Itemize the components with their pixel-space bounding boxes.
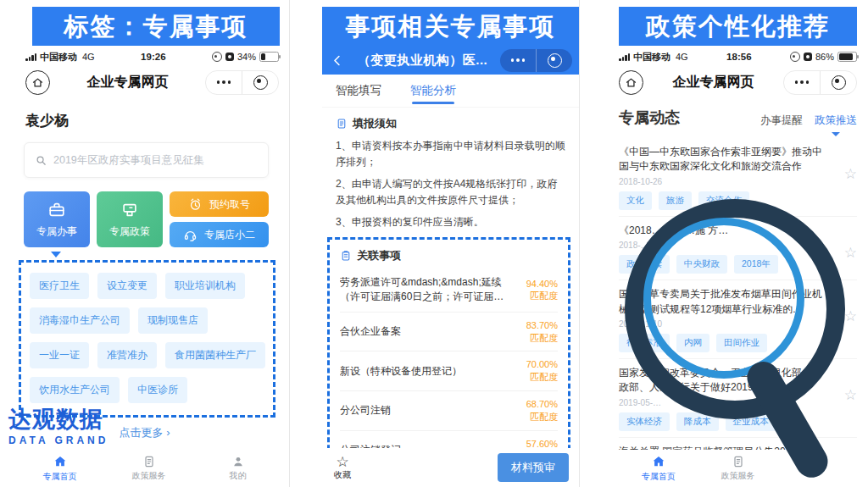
star-outline-icon[interactable]: ☆	[844, 244, 857, 262]
miniprogram-capsule	[500, 49, 572, 72]
tab-label: 专属首页	[642, 471, 676, 483]
briefcase-icon	[47, 201, 66, 219]
miniprogram-navbar: 企业专属网页	[25, 67, 279, 97]
signal-icon	[25, 53, 36, 61]
orientation-lock-icon	[790, 52, 800, 62]
miniprogram-navbar: 企业专属网页	[619, 67, 857, 97]
tab-policy-service[interactable]: 政策服务	[104, 455, 193, 482]
filter-work-reminder[interactable]: 办事提醒	[760, 113, 803, 128]
more-dots-icon	[217, 80, 231, 85]
home-tab-icon	[53, 454, 68, 469]
caret-down-icon	[832, 132, 840, 136]
caption-banner: 标签：专属事项	[32, 7, 280, 46]
related-item[interactable]: 合伙企业备案 83.70%匹配度	[340, 312, 558, 351]
action-reserve-number[interactable]: 预约取号	[170, 191, 269, 217]
search-input[interactable]: 2019年区政府实事项目意见征集	[24, 142, 269, 178]
news-title: 《中国—中东欧国家合作索非亚纲要》推动中国与中东欧国家深化文化和旅游交流合作	[619, 145, 832, 174]
home-icon[interactable]	[619, 70, 643, 95]
match-label: 匹配度	[530, 372, 558, 382]
match-label: 匹配度	[530, 291, 558, 301]
tag-chip[interactable]: 准营准办	[97, 342, 157, 368]
exclusive-tags-box: 医疗卫生 设立变更 职业培训机构 消毒湿巾生产公司 现制现售店 一业一证 准营准…	[19, 260, 275, 418]
tag-chip[interactable]: 医疗卫生	[30, 273, 89, 299]
close-capsule-button[interactable]	[820, 71, 856, 94]
battery-icon	[837, 52, 857, 62]
star-outline-icon[interactable]: ☆	[844, 386, 857, 404]
record-circle-icon	[832, 75, 846, 90]
action-exclusive-affairs[interactable]: 专属办事	[24, 191, 90, 247]
clock-label: 18:56	[688, 52, 790, 62]
dynamics-section-header: 专属动态 办事提醒 政策推送	[619, 108, 857, 128]
action-label: 专属政策	[109, 224, 150, 239]
match-label: 匹配度	[530, 412, 558, 422]
clipboard-icon	[340, 250, 352, 262]
miniprogram-capsule	[783, 70, 857, 95]
tab-mine[interactable]: 我的	[193, 455, 282, 482]
related-item[interactable]: 分公司注销 68.70%匹配度	[340, 390, 558, 430]
logo-cn: 达观数据	[8, 407, 108, 433]
notice-item: 2、由申请人编写的文件按A4规格纸张打印，政府及其他机构出具的文件按原件尺寸提供…	[336, 176, 565, 208]
tab-label: 政策服务	[721, 470, 755, 482]
related-title: 关联事项	[357, 248, 401, 263]
notice-item: 1、申请资料按本办事指南中申请材料目录载明的顺序排列；	[336, 138, 565, 169]
home-tab-icon	[651, 454, 666, 469]
user-name: 袁少杨	[25, 111, 289, 130]
carrier-label: 中国移动	[40, 51, 77, 64]
orientation-lock-icon	[212, 52, 222, 62]
close-capsule-button[interactable]	[242, 71, 278, 94]
battery-percent: 86%	[815, 52, 834, 62]
close-capsule-button[interactable]	[536, 49, 572, 72]
tab-exclusive-home[interactable]: 专属首页	[15, 454, 104, 483]
related-item[interactable]: 新设（特种设备使用登记） 70.00%匹配度	[340, 351, 558, 390]
caption-banner: 事项相关专属事项	[322, 7, 579, 46]
tag-chip[interactable]: 食用菌菌种生产厂	[165, 342, 265, 368]
more-menu-button[interactable]	[500, 49, 536, 72]
news-tag[interactable]: 旅游	[659, 191, 692, 210]
tag-chip[interactable]: 中医诊所	[128, 377, 187, 403]
action-exclusive-assistant[interactable]: 专属店小二	[170, 222, 269, 247]
star-outline-icon[interactable]: ☆	[844, 165, 857, 183]
screen-record-icon	[225, 53, 234, 61]
action-exclusive-policy[interactable]: 专属政策	[97, 191, 163, 247]
notice-item: 3、申报资料的复印件应当清晰。	[336, 214, 565, 230]
tag-chip[interactable]: 设立变更	[97, 273, 157, 299]
carrier-label: 中国移动	[633, 51, 670, 64]
star-outline-icon[interactable]: ☆	[844, 307, 857, 325]
more-menu-button[interactable]	[784, 71, 820, 94]
tag-chip[interactable]: 消毒湿巾生产公司	[30, 307, 130, 334]
bottom-tabbar: 专属首页 政策服务 我的	[15, 450, 282, 487]
related-item-name: 新设（特种设备使用登记）	[340, 364, 514, 379]
status-bar: 中国移动 4G 18:56 86%	[619, 48, 857, 65]
app-navbar: （变更执业机构）医...	[322, 46, 579, 75]
tag-chip[interactable]: 饮用水生产公司	[30, 377, 120, 403]
tab-label: 政策服务	[132, 470, 166, 482]
more-menu-button[interactable]	[206, 71, 242, 94]
clock-label: 19:26	[95, 52, 212, 62]
news-tag[interactable]: 实体经济	[619, 412, 670, 431]
tab-smart-analysis[interactable]: 智能分析	[410, 75, 456, 107]
news-tag[interactable]: 文化	[619, 191, 652, 210]
filter-policy-push[interactable]: 政策推送	[815, 113, 857, 128]
tab-exclusive-home[interactable]: 专属首页	[619, 454, 698, 483]
tab-label: 专属首页	[43, 471, 77, 483]
related-item[interactable]: 劳务派遣许可&mdash;&mdash;延续（许可证届满60日之前；许可证届满6…	[340, 268, 558, 312]
navbar-title: （变更执业机构）医...	[345, 53, 500, 69]
back-chevron-icon[interactable]	[331, 53, 345, 68]
match-percent: 70.00%	[526, 359, 558, 369]
tag-chip[interactable]: 一业一证	[30, 342, 89, 368]
tag-chip[interactable]: 职业培训机构	[165, 273, 245, 299]
search-icon	[35, 154, 47, 167]
datagrand-logo: 达观数据 DATA GRAND	[8, 407, 108, 446]
news-date: 2018-10-26	[619, 177, 832, 186]
tab-policy-service[interactable]: 政策服务	[698, 455, 778, 482]
printer-icon	[120, 201, 139, 219]
collect-button[interactable]: ☆ 收藏	[334, 455, 351, 481]
panel-policy-recommend-demo: 政策个性化推荐 中国移动 4G 18:56 86% 企业专属网页	[579, 0, 868, 487]
signal-icon	[619, 53, 630, 61]
material-preview-button[interactable]: 材料预审	[498, 453, 569, 482]
home-icon[interactable]	[25, 70, 50, 95]
tab-smart-fill[interactable]: 智能填写	[336, 75, 381, 107]
tag-chip[interactable]: 现制现售店	[138, 307, 208, 334]
action-label: 预约取号	[209, 197, 250, 212]
battery-icon	[259, 52, 279, 62]
